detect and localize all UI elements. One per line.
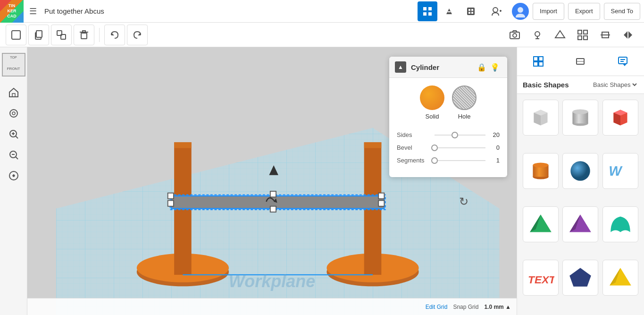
- fit-view-button[interactable]: [5, 105, 22, 122]
- panel-note-button[interactable]: [612, 51, 633, 72]
- panel-grid-button[interactable]: [528, 51, 549, 72]
- svg-point-37: [12, 112, 15, 115]
- shape-item-cylinder-orange[interactable]: [523, 153, 559, 189]
- avatar[interactable]: [512, 3, 529, 20]
- mirror-button[interactable]: [618, 25, 638, 45]
- svg-rect-60: [378, 193, 384, 199]
- shapes-grid: W TEXT: [517, 94, 644, 315]
- svg-rect-9: [471, 12, 473, 14]
- topbar: TINKERCAD ☰ Put together Abcus Import Ex…: [0, 0, 644, 23]
- copy-button[interactable]: [28, 25, 49, 45]
- menu-icon[interactable]: ☰: [24, 6, 42, 17]
- segments-slider-thumb[interactable]: [431, 157, 438, 164]
- svg-point-13: [518, 7, 523, 13]
- svg-point-84: [573, 109, 588, 114]
- nav-cube[interactable]: TOP FRONT: [2, 53, 25, 77]
- svg-rect-62: [378, 201, 384, 206]
- simulate-button[interactable]: [461, 1, 481, 21]
- svg-rect-1: [428, 7, 432, 10]
- undo-button[interactable]: [104, 25, 125, 45]
- svg-rect-16: [36, 31, 42, 37]
- shape-item-pyramid-yellow[interactable]: [602, 260, 638, 296]
- shape-item-text-red[interactable]: TEXT: [523, 260, 559, 296]
- shape-item-shape-teal[interactable]: [602, 206, 638, 242]
- panel-light-button[interactable]: 💡: [488, 60, 502, 74]
- new-shape-button[interactable]: [6, 25, 26, 45]
- svg-line-41: [16, 136, 18, 138]
- shape-item-pyramid-purple[interactable]: [562, 206, 598, 242]
- right-panel: Basic Shapes Basic Shapes: [517, 47, 644, 315]
- shape-item-pentagon-blue[interactable]: [562, 260, 598, 296]
- hole-option[interactable]: Hole: [452, 85, 477, 120]
- export-button[interactable]: Export: [568, 3, 600, 20]
- shapes-button[interactable]: [550, 25, 570, 45]
- toolbar: [0, 23, 644, 47]
- build-button[interactable]: [439, 1, 459, 21]
- svg-marker-26: [555, 31, 565, 38]
- shapes-dropdown[interactable]: Basic Shapes: [591, 81, 638, 89]
- panel-measure-button[interactable]: [570, 51, 591, 72]
- svg-line-44: [16, 157, 18, 159]
- align-button[interactable]: [595, 25, 616, 45]
- svg-rect-2: [423, 12, 427, 16]
- group-button[interactable]: [572, 25, 593, 45]
- segments-label: Segments: [397, 157, 435, 164]
- zoom-in-button[interactable]: [5, 126, 22, 143]
- sides-value: 20: [485, 131, 500, 138]
- shape-item-text3d[interactable]: W: [602, 153, 638, 189]
- shape-panel-header: ▲ Cylinder 🔒 💡: [389, 57, 507, 78]
- solid-label: Solid: [426, 113, 439, 120]
- cube-top-label: TOP: [10, 56, 17, 59]
- logo[interactable]: TINKERCAD: [0, 0, 24, 23]
- home-view-button[interactable]: [5, 84, 22, 101]
- light-button[interactable]: [527, 25, 548, 45]
- add-user-button[interactable]: [486, 1, 506, 21]
- cube-front-label: FRONT: [7, 67, 20, 71]
- svg-rect-75: [619, 57, 627, 64]
- shape-item-sphere[interactable]: [562, 153, 598, 189]
- svg-rect-56: [364, 142, 382, 148]
- svg-rect-70: [539, 57, 543, 61]
- canvas-area[interactable]: ↻ Workplane ▲ Cylinder 🔒 💡 Solid Hole: [27, 47, 517, 315]
- duplicate-button[interactable]: [51, 25, 72, 45]
- svg-marker-33: [624, 31, 627, 39]
- shapes-header: Basic Shapes Basic Shapes: [517, 76, 644, 94]
- shape-item-cylinder-gray[interactable]: [562, 100, 598, 136]
- svg-rect-59: [168, 193, 174, 199]
- bevel-slider[interactable]: [435, 147, 485, 148]
- svg-rect-6: [468, 9, 470, 11]
- shape-item-cube-red[interactable]: [602, 100, 638, 136]
- zoom-out-button[interactable]: [5, 146, 22, 163]
- svg-rect-72: [539, 62, 543, 66]
- sendto-button[interactable]: Send To: [604, 3, 640, 20]
- bottom-bar: Edit Grid Snap Grid 1.0 mm ▲: [27, 298, 517, 315]
- camera-button[interactable]: [504, 25, 525, 45]
- sides-slider-thumb[interactable]: [452, 132, 458, 138]
- solid-option[interactable]: Solid: [420, 85, 444, 120]
- segments-slider[interactable]: [435, 160, 485, 161]
- bevel-label: Bevel: [397, 144, 435, 151]
- solid-circle: [420, 85, 444, 110]
- shape-item-box[interactable]: [523, 100, 559, 136]
- grid-view-button[interactable]: [418, 1, 437, 21]
- separator-1: [99, 28, 100, 42]
- delete-button[interactable]: [74, 25, 94, 45]
- edit-grid-button[interactable]: Edit Grid: [426, 304, 448, 310]
- snap-grid-value[interactable]: 1.0 mm ▲: [484, 304, 511, 310]
- orient-button[interactable]: [5, 167, 22, 184]
- panel-collapse-button[interactable]: ▲: [395, 61, 406, 73]
- left-panel: TOP FRONT: [0, 47, 27, 315]
- shape-properties: Sides 20 Bevel 0: [389, 128, 507, 177]
- svg-point-25: [535, 32, 540, 36]
- redo-button[interactable]: [127, 25, 148, 45]
- svg-text:W: W: [609, 163, 623, 179]
- svg-rect-8: [468, 12, 470, 14]
- shape-item-pyramid-green[interactable]: [523, 206, 559, 242]
- svg-rect-63: [270, 191, 276, 197]
- panel-lock-button[interactable]: 🔒: [475, 60, 488, 74]
- svg-marker-78: [623, 64, 627, 66]
- hole-label: Hole: [458, 113, 471, 120]
- sides-slider[interactable]: [435, 135, 485, 136]
- import-button[interactable]: Import: [533, 3, 564, 20]
- bevel-slider-thumb[interactable]: [431, 145, 438, 151]
